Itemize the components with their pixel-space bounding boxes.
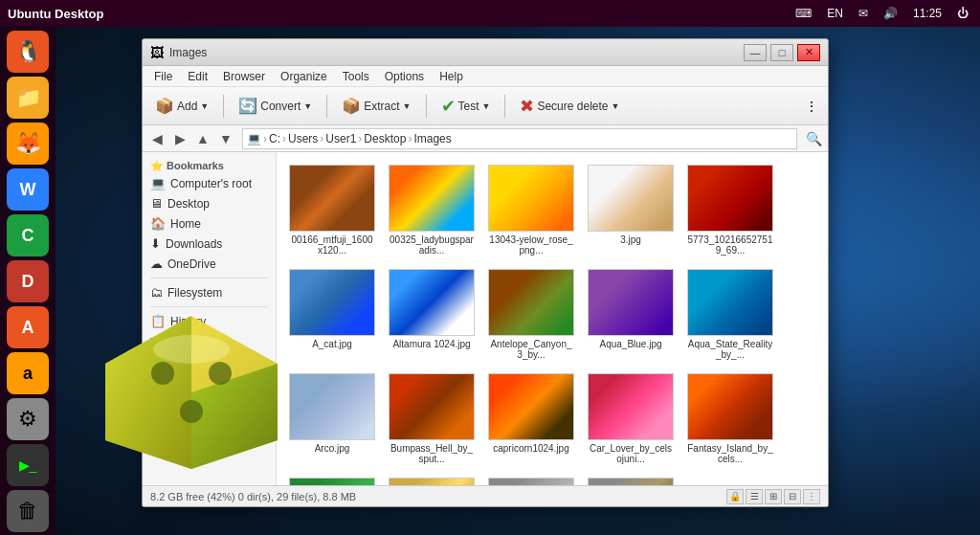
file-item[interactable]: Arco.jpg	[284, 368, 380, 469]
file-item[interactable]: Fantasy_Island_by_cels...	[682, 368, 778, 469]
sidebar-item-filesystem[interactable]: 🗂 Filesystem	[143, 282, 276, 302]
breadcrumb-images[interactable]: Images	[413, 132, 451, 145]
breadcrumb-desktop[interactable]: Desktop	[364, 132, 406, 145]
file-item[interactable]: img16.jpg	[384, 473, 479, 485]
minimize-button[interactable]: —	[744, 44, 767, 61]
file-thumbnail	[488, 373, 574, 440]
toolbar: 📦 Add ▼ 🔄 Convert ▼ 📦 Extract ▼ ✔ Test ▼…	[143, 87, 828, 125]
sound-icon[interactable]: 🔊	[880, 7, 902, 20]
view-large-button[interactable]: ⊟	[784, 489, 801, 504]
file-item[interactable]: img15.jpg	[284, 473, 380, 485]
dock-icon-appstore[interactable]: A	[7, 306, 49, 348]
dock-icon-writer[interactable]: W	[7, 168, 49, 211]
sidebar-item-open[interactable]: ▶ Open	[143, 331, 276, 351]
file-item[interactable]: capricorn1024.jpg	[483, 368, 579, 469]
file-name: Car_Lover_by_celsojuni...	[588, 443, 674, 464]
downloads-icon: ⬇	[150, 236, 161, 251]
dock-icon-firefox[interactable]: 🦊	[7, 123, 49, 165]
file-item[interactable]: 00166_mtfuji_1600x120...	[284, 160, 380, 260]
file-thumbnail	[687, 373, 773, 440]
menu-tools[interactable]: Tools	[335, 68, 377, 85]
file-item[interactable]: 3.jpg	[583, 160, 679, 260]
add-button[interactable]: 📦 Add ▼	[146, 92, 217, 121]
sidebar-item-onedrive[interactable]: ☁ OneDrive	[143, 254, 276, 274]
sidebar-item-downloads[interactable]: ⬇ Downloads	[143, 234, 276, 254]
test-button[interactable]: ✔ Test ▼	[433, 92, 500, 121]
search-button[interactable]: 🔍	[803, 128, 824, 149]
file-item[interactable]: img17.jpg	[483, 473, 579, 485]
back-button[interactable]: ◀	[146, 128, 167, 149]
dock-icon-amazon[interactable]: a	[7, 352, 49, 394]
file-grid: 00166_mtfuji_1600x120...00325_ladybugspa…	[277, 152, 828, 485]
dock-icon-ubuntu[interactable]: 🐧	[7, 31, 49, 73]
bookmarks-label: ⭐ Bookmarks	[143, 156, 276, 173]
menu-options[interactable]: Options	[377, 68, 432, 85]
add-dropdown-icon: ▼	[200, 101, 209, 111]
file-item[interactable]: 5773_102166527519_69...	[682, 160, 778, 260]
history-dropdown-button[interactable]: ▼	[215, 128, 236, 149]
file-name: capricorn1024.jpg	[493, 443, 569, 454]
dock-icon-files[interactable]: 📁	[7, 77, 49, 119]
sidebar-item-home[interactable]: 🏠 Home	[143, 213, 276, 234]
file-item[interactable]: 13043-yelow_rose_png...	[483, 160, 579, 260]
dock-icon-trash[interactable]: 🗑	[7, 490, 49, 532]
file-name: 00166_mtfuji_1600x120...	[289, 234, 375, 256]
onedrive-label: OneDrive	[167, 257, 216, 271]
file-name: 13043-yelow_rose_png...	[488, 234, 574, 256]
keyboard-icon[interactable]: ⌨	[791, 7, 815, 20]
menu-edit[interactable]: Edit	[180, 68, 215, 85]
file-item[interactable]: Antelope_Canyon_3_by...	[483, 264, 579, 365]
file-thumbnail	[687, 269, 773, 336]
dock-icon-settings[interactable]: ⚙	[7, 398, 49, 440]
file-thumbnail	[687, 165, 773, 232]
dock-icon-draw[interactable]: D	[7, 260, 49, 302]
desktop-icon: 🖥	[150, 196, 163, 211]
file-item[interactable]: Aqua_State_Reality_by_...	[682, 264, 778, 365]
power-icon[interactable]: ⏻	[953, 7, 972, 20]
view-medium-button[interactable]: ⊞	[765, 489, 782, 504]
breadcrumb-users[interactable]: Users	[288, 132, 318, 145]
sidebar: ⭐ Bookmarks 💻 Computer's root 🖥 Desktop …	[143, 152, 277, 485]
extract-button[interactable]: 📦 Extract ▼	[333, 92, 419, 121]
secure-delete-button[interactable]: ✖ Secure delete ▼	[511, 92, 628, 121]
file-item[interactable]: 00325_ladybugsparadis...	[384, 160, 479, 260]
menu-browser[interactable]: Browser	[215, 68, 273, 85]
lang-indicator[interactable]: EN	[823, 7, 847, 20]
close-button[interactable]: ✕	[797, 44, 820, 61]
file-thumbnail	[289, 373, 375, 440]
file-item[interactable]: Aqua_Blue.jpg	[583, 264, 679, 365]
menu-file[interactable]: File	[146, 68, 180, 85]
file-thumbnail	[389, 165, 475, 232]
file-thumbnail	[588, 478, 674, 485]
file-item[interactable]: Altamura 1024.jpg	[384, 264, 479, 365]
file-thumbnail	[488, 165, 574, 232]
file-item[interactable]: Bumpass_Hell_by_sput...	[384, 368, 479, 469]
file-item[interactable]: img18.jpg	[583, 473, 679, 485]
convert-button[interactable]: 🔄 Convert ▼	[230, 92, 321, 121]
menu-help[interactable]: Help	[432, 68, 471, 85]
view-details-button[interactable]: ☰	[746, 489, 763, 504]
file-item[interactable]: A_cat.jpg	[284, 264, 380, 365]
email-icon[interactable]: ✉	[855, 7, 872, 20]
file-item[interactable]: Car_Lover_by_celsojuni...	[583, 368, 679, 469]
menu-organize[interactable]: Organize	[273, 68, 335, 85]
file-thumbnail	[289, 478, 375, 485]
up-button[interactable]: ▲	[192, 128, 213, 149]
maximize-button[interactable]: □	[770, 44, 793, 61]
breadcrumb-c[interactable]: C:	[269, 132, 280, 145]
forward-button[interactable]: ▶	[169, 128, 190, 149]
dock-icon-calc[interactable]: C	[7, 214, 49, 256]
breadcrumb-computer[interactable]: 💻	[247, 132, 261, 145]
toolbar-more-button[interactable]: ⋮	[799, 95, 824, 118]
dock-icon-terminal[interactable]: ▶_	[7, 444, 49, 486]
lock-button[interactable]: 🔒	[726, 489, 744, 504]
window-icon: 🖼	[150, 45, 166, 60]
breadcrumb-user1[interactable]: User1	[325, 132, 356, 145]
sidebar-item-history[interactable]: 📋 History	[143, 311, 276, 331]
breadcrumb[interactable]: 💻 › C: › Users › User1 › Desktop › Image…	[242, 128, 797, 149]
downloads-label: Downloads	[166, 237, 222, 251]
more-options-button[interactable]: ⋮	[803, 489, 820, 504]
computer-root-label: Computer's root	[170, 177, 252, 190]
sidebar-item-desktop[interactable]: 🖥 Desktop	[143, 193, 276, 213]
sidebar-item-computer-root[interactable]: 💻 Computer's root	[143, 173, 276, 193]
